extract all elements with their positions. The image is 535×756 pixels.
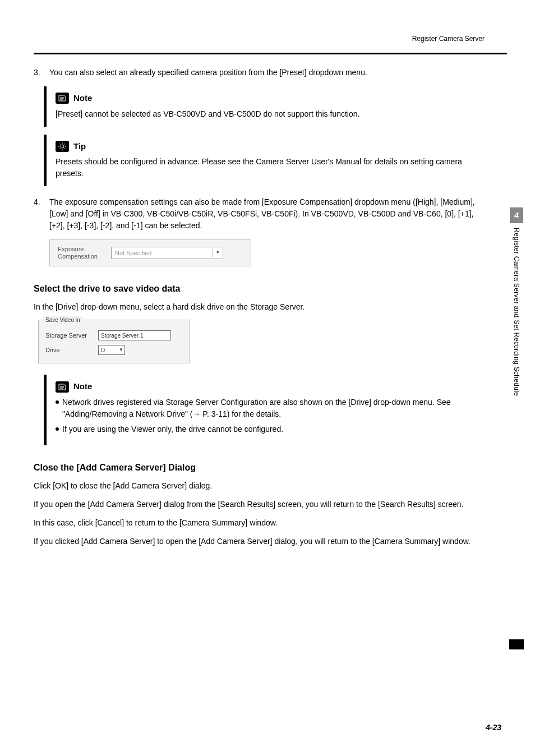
- drive-dropdown-value: D: [101, 346, 105, 354]
- storage-server-field[interactable]: Storage Server 1: [98, 330, 171, 340]
- step-number: 3.: [34, 67, 49, 79]
- exposure-comp-figure: Exposure Compensation Not Specified ▼: [49, 239, 251, 266]
- svg-line-6: [64, 148, 66, 149]
- note-callout-1: Note [Preset] cannot be selected as VB-C…: [44, 86, 485, 127]
- chapter-title-vertical: Register Camera Server and Set Recording…: [511, 228, 522, 396]
- page-header-title: Register Camera Server: [34, 34, 507, 44]
- close-p1: Click [OK] to close the [Add Camera Serv…: [34, 480, 485, 492]
- page-content: 3. You can also select an already specif…: [34, 67, 507, 547]
- drive-intro: In the [Drive] drop-down menu, select a …: [34, 301, 485, 313]
- bullet-icon: [56, 427, 59, 431]
- exposure-label: Exposure Compensation: [58, 246, 98, 260]
- edge-marker: [509, 639, 524, 649]
- tip-title: Tip: [73, 140, 86, 153]
- step-text: You can also select an already specified…: [49, 67, 485, 79]
- note-callout-2: Note Network drives registered via Stora…: [44, 375, 485, 445]
- note-title: Note: [73, 92, 92, 105]
- bullet-icon: [56, 400, 59, 404]
- header-rule: [34, 53, 507, 54]
- chapter-number-badge: 4: [510, 208, 523, 223]
- save-video-figure: Save Video in Storage Server Storage Ser…: [38, 320, 190, 363]
- section-heading-drive: Select the drive to save video data: [34, 282, 485, 296]
- chapter-tab: 4 Register Camera Server and Set Recordi…: [509, 208, 524, 396]
- drive-dropdown[interactable]: D ▼: [98, 345, 125, 355]
- drive-label: Drive: [45, 345, 91, 355]
- svg-line-5: [59, 144, 61, 145]
- note-bullet-text: If you are using the Viewer only, the dr…: [62, 423, 283, 435]
- note-bullet: If you are using the Viewer only, the dr…: [56, 423, 476, 435]
- exposure-dropdown-value: Not Specified: [115, 248, 151, 258]
- tip-callout: Tip Presets should be configured in adva…: [44, 135, 485, 187]
- note-icon: [56, 381, 69, 393]
- tip-icon: [56, 141, 69, 152]
- step-number: 4.: [34, 196, 49, 232]
- step-text: The exposure compensation settings can a…: [49, 196, 485, 232]
- note-title: Note: [73, 380, 92, 393]
- chevron-down-icon: ▼: [119, 347, 123, 353]
- close-p2: If you open the [Add Camera Server] dial…: [34, 499, 485, 510]
- section-heading-close: Close the [Add Camera Server] Dialog: [34, 461, 485, 474]
- chevron-down-icon: ▼: [213, 249, 220, 257]
- svg-line-8: [64, 144, 66, 145]
- manual-page: Register Camera Server 3. You can also s…: [0, 0, 535, 756]
- svg-point-0: [61, 145, 64, 148]
- svg-line-7: [59, 148, 61, 149]
- note-bullet-text: Network drives registered via Storage Se…: [62, 397, 476, 420]
- step-4: 4. The exposure compensation settings ca…: [34, 196, 485, 232]
- tip-body: Presets should be configured in advance.…: [56, 156, 476, 179]
- note-body: [Preset] cannot be selected as VB-C500VD…: [56, 108, 476, 120]
- note-icon: [56, 93, 69, 104]
- close-p4: If you clicked [Add Camera Server] to op…: [34, 536, 485, 547]
- step-3: 3. You can also select an already specif…: [34, 67, 485, 79]
- note-bullet: Network drives registered via Storage Se…: [56, 397, 476, 420]
- page-number: 4-23: [486, 722, 501, 734]
- close-p3: In this case, click [Cancel] to return t…: [34, 517, 485, 529]
- exposure-dropdown[interactable]: Not Specified ▼: [111, 247, 223, 259]
- storage-server-label: Storage Server: [45, 331, 91, 340]
- save-video-legend: Save Video in: [43, 316, 82, 324]
